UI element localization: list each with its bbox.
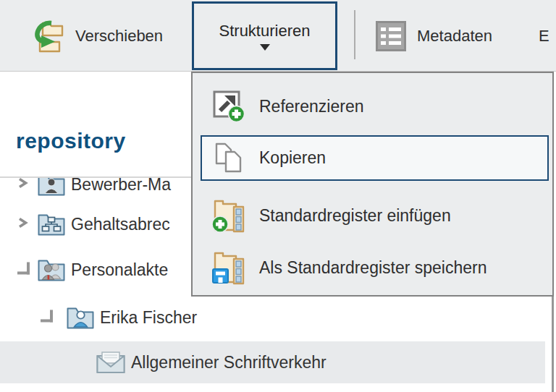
menu-item-label: Referenzieren [259, 97, 363, 116]
applicant-folder-icon [38, 178, 65, 197]
truncated-toolbar-button-label[interactable]: E [539, 0, 549, 72]
caret-down-icon [260, 44, 270, 51]
toolbar: Verschieben Strukturieren Metadaten E [0, 0, 556, 72]
tree-item-label: Erika Fischer [100, 308, 197, 328]
move-button-label: Verschieben [75, 27, 163, 46]
menu-item-als-standardregister-speichern[interactable]: Als Standardregister speichern [203, 244, 545, 291]
envelope-icon [96, 351, 125, 374]
personnel-folder-icon [38, 257, 65, 282]
tree-item-label: Gehaltsabrec [71, 215, 170, 234]
metadata-button[interactable]: Metadaten [375, 0, 492, 72]
metadata-button-label: Metadaten [417, 27, 492, 46]
app-window: Verschieben Strukturieren Metadaten E [0, 0, 556, 392]
menu-item-referenzieren[interactable]: Referenzieren [203, 83, 545, 129]
menu-item-standardregister-einfuegen[interactable]: Standardregister einfügen [203, 192, 545, 239]
tree-item-allgemeiner-schriftverkehr[interactable]: Allgemeiner Schriftverkehr [0, 341, 545, 383]
copy-icon [211, 141, 246, 176]
expanded-corner-icon[interactable] [17, 262, 30, 274]
tree-item-erika-fischer[interactable]: Erika Fischer [0, 302, 552, 333]
structure-dropdown-menu: Referenzieren Kopieren [191, 72, 554, 297]
menu-item-kopieren[interactable]: Kopieren [201, 135, 549, 181]
move-button[interactable]: Verschieben [29, 0, 163, 72]
person-folder-icon [67, 305, 94, 330]
tree-item-label: Bewerber-Ma [71, 178, 171, 195]
reference-add-icon [211, 90, 246, 123]
expanded-corner-icon[interactable] [41, 310, 53, 322]
metadata-icon [375, 20, 407, 52]
tree-item-label: Personalakte [71, 260, 168, 280]
register-add-icon [211, 198, 246, 233]
chevron-right-icon[interactable] [16, 178, 29, 192]
move-folder-icon [29, 18, 65, 54]
structure-button-label: Strukturieren [219, 22, 311, 41]
menu-item-label: Kopieren [259, 148, 326, 168]
tree-item-label: Allgemeiner Schriftverkehr [131, 353, 327, 372]
menu-item-label: Als Standardregister speichern [259, 258, 487, 278]
structure-button[interactable]: Strukturieren [192, 1, 337, 70]
chevron-right-icon[interactable] [16, 216, 29, 232]
toolbar-separator [354, 10, 355, 59]
menu-item-label: Standardregister einfügen [259, 206, 451, 226]
repository-title: repository [16, 129, 126, 153]
register-save-icon [211, 250, 246, 285]
orgchart-folder-icon [38, 212, 65, 237]
